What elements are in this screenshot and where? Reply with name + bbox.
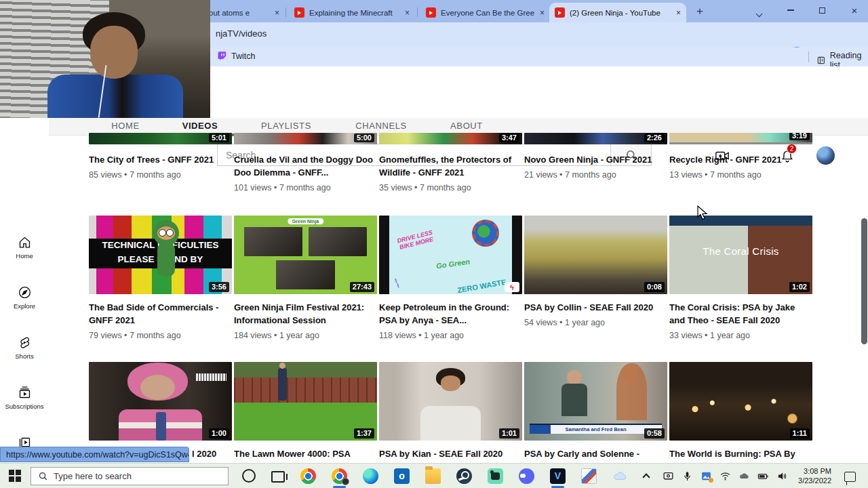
video-title[interactable]: The City of Trees - GNFF 2021 [89, 153, 232, 166]
start-button[interactable] [9, 470, 21, 482]
camera-app-icon[interactable] [488, 468, 503, 484]
video-card[interactable]: Samantha and Fred Bean 0:58 PSA by Carly… [524, 362, 667, 460]
steam-icon[interactable] [456, 468, 472, 484]
youtube-profile-avatar[interactable] [816, 146, 835, 165]
sidebar-item-explore[interactable]: Explore [0, 285, 49, 310]
video-thumbnail[interactable]: 3:47 [379, 133, 522, 144]
video-card[interactable]: 1:01 PSA by Kian - SEAE Fall 2020 [379, 362, 522, 460]
tray-photos-icon[interactable] [701, 470, 712, 482]
video-title[interactable]: PSA by Kian - SEAE Fall 2020 [379, 447, 522, 460]
video-card[interactable]: The Coral Crisis 1:02 The Coral Crisis: … [669, 216, 812, 340]
tray-expand-chevron-icon[interactable] [644, 470, 655, 482]
tab-close-icon[interactable]: × [534, 8, 545, 18]
video-title[interactable]: The Bad Side of Commercials - GNFF 2021 [89, 301, 232, 327]
video-card[interactable]: 3:47 Gnomefuffles, the Protectors of Wil… [379, 133, 522, 192]
taskbar-search[interactable] [31, 467, 229, 485]
new-tab-button[interactable]: + [693, 5, 707, 18]
sidebar-item-subscriptions[interactable]: Subscriptions [0, 386, 49, 410]
v-app-icon[interactable]: V [550, 468, 566, 484]
video-card[interactable]: TECHNICAL DIFFICULTIES PLEASE STAND BY 3… [89, 216, 232, 340]
sidebar-item-shorts[interactable]: Shorts [0, 336, 49, 360]
fence [234, 378, 377, 403]
tray-wifi-icon[interactable] [719, 470, 731, 482]
video-card[interactable]: 2:26 Novo Green Ninja - GNFF 2021 21 vie… [524, 133, 667, 192]
tray-display-icon[interactable] [663, 470, 674, 482]
video-thumbnail[interactable]: 0:08 [524, 216, 667, 294]
video-title[interactable]: Keep Petroleum in the Ground: PSA by Any… [379, 301, 522, 327]
window-close-button[interactable]: × [841, 0, 868, 20]
notification-dot [709, 478, 713, 483]
address-url-text[interactable]: njaTV/videos [216, 28, 267, 39]
tray-microphone-icon[interactable] [682, 470, 693, 482]
taskbar-clock[interactable]: 3:08 PM 3/23/2022 [798, 466, 831, 486]
video-card[interactable]: Green Ninja 27:43 Green Ninja Film Festi… [234, 216, 377, 340]
video-thumbnail[interactable]: TECHNICAL DIFFICULTIES PLEASE STAND BY 3… [89, 216, 232, 294]
video-card[interactable]: 5:01 The City of Trees - GNFF 2021 85 vi… [89, 133, 232, 192]
video-card[interactable]: 1:11 The World is Burning: PSA By [669, 362, 812, 460]
youtube-favicon [555, 7, 565, 18]
taskbar-search-input[interactable] [54, 471, 203, 481]
compass-icon [18, 285, 32, 300]
video-thumbnail[interactable]: Green Ninja 27:43 [234, 216, 377, 294]
tab-search-chevron-icon[interactable] [757, 7, 762, 19]
channel-tab-channels[interactable]: CHANNELS [351, 121, 412, 131]
discord-icon[interactable] [519, 468, 534, 484]
channel-tab-about[interactable]: ABOUT [436, 121, 497, 131]
video-card[interactable]: 1:37 The Lawn Mower 4000: PSA [234, 362, 377, 460]
browser-tab-1[interactable]: out atoms e × [203, 3, 285, 22]
video-thumbnail[interactable]: 2:26 [524, 133, 667, 144]
video-thumbnail[interactable]: 5:01 [89, 133, 232, 144]
video-title[interactable]: Cruella de Vil and the Doggy Doo Doo Dil… [234, 153, 377, 179]
video-thumbnail[interactable]: 1:01 [379, 362, 522, 441]
video-title[interactable]: PSA by Carly and Solenne - [524, 447, 667, 460]
video-title[interactable]: The Lawn Mower 4000: PSA [234, 447, 377, 460]
action-center-icon[interactable] [844, 472, 856, 482]
tab-close-icon[interactable]: × [671, 8, 681, 18]
window-minimize-button[interactable] [777, 0, 804, 20]
task-view-icon[interactable] [271, 471, 285, 483]
video-title[interactable]: The Coral Crisis: PSA by Jake and Theo -… [669, 301, 812, 327]
onedrive-icon[interactable] [612, 468, 628, 484]
video-title[interactable]: PSA by Collin - SEAE Fall 2020 [524, 301, 667, 314]
video-title[interactable]: Gnomefuffles, the Protectors of Wildlife… [379, 153, 522, 179]
video-thumbnail[interactable]: The Coral Crisis 1:02 [669, 216, 812, 294]
bookmark-twitch[interactable]: Twitch [217, 51, 255, 61]
browser-tab-3[interactable]: Everyone Can Be the Gree × [420, 3, 547, 22]
window-maximize-button[interactable] [808, 0, 835, 20]
video-thumbnail[interactable]: 1:00 [89, 362, 232, 441]
video-thumbnail[interactable]: DRIVE LESS BIKE MORE Go Green ZERO WASTE… [379, 216, 522, 294]
tab-close-icon[interactable]: × [269, 8, 279, 18]
video-card[interactable]: 3:19 Recycle Right - GNFF 2021 13 views … [669, 133, 812, 192]
video-card[interactable]: 5:00 Cruella de Vil and the Doggy Doo Do… [234, 133, 377, 192]
tray-onedrive-icon[interactable] [738, 470, 750, 482]
video-title[interactable]: Novo Green Ninja - GNFF 2021 [524, 153, 667, 166]
browser-tab-active[interactable]: (2) Green Ninja - YouTube × [549, 3, 686, 22]
video-card[interactable]: 0:08 PSA by Collin - SEAE Fall 2020 54 v… [524, 216, 667, 340]
video-thumbnail[interactable]: 1:11 [669, 362, 812, 441]
video-title[interactable]: Green Ninja Film Festival 2021: Informat… [234, 301, 377, 327]
outlook-icon[interactable]: o [394, 468, 410, 484]
video-title[interactable]: Recycle Right - GNFF 2021 [669, 153, 812, 166]
channel-tab-playlists[interactable]: PLAYLISTS [256, 121, 317, 131]
page-scrollbar[interactable] [861, 218, 867, 344]
sidebar-item-home[interactable]: Home [0, 235, 49, 260]
tray-battery-icon[interactable] [757, 470, 769, 482]
paint-app-icon[interactable] [581, 468, 597, 484]
video-thumbnail[interactable]: 5:00 [234, 133, 377, 144]
video-thumbnail[interactable]: Samantha and Fred Bean 0:58 [524, 362, 667, 441]
video-thumbnail[interactable]: 3:19 [669, 133, 812, 144]
video-card[interactable]: DRIVE LESS BIKE MORE Go Green ZERO WASTE… [379, 216, 522, 340]
tray-volume-icon[interactable] [776, 470, 788, 482]
tab-close-icon[interactable]: × [399, 8, 410, 18]
video-card[interactable]: 1:00 l 2020 [89, 362, 232, 460]
channel-tab-home[interactable]: HOME [95, 121, 156, 131]
video-title[interactable]: The World is Burning: PSA By [669, 447, 812, 460]
edge-icon[interactable] [363, 468, 378, 484]
channel-tab-videos[interactable]: VIDEOS [170, 121, 231, 131]
chrome-active-icon[interactable] [332, 468, 347, 484]
chrome-icon[interactable] [300, 468, 316, 484]
file-explorer-icon[interactable] [425, 468, 441, 484]
cortana-icon[interactable] [242, 469, 256, 483]
video-thumbnail[interactable]: 1:37 [234, 362, 377, 441]
browser-tab-2[interactable]: Explaining the Minecraft × [289, 3, 415, 22]
